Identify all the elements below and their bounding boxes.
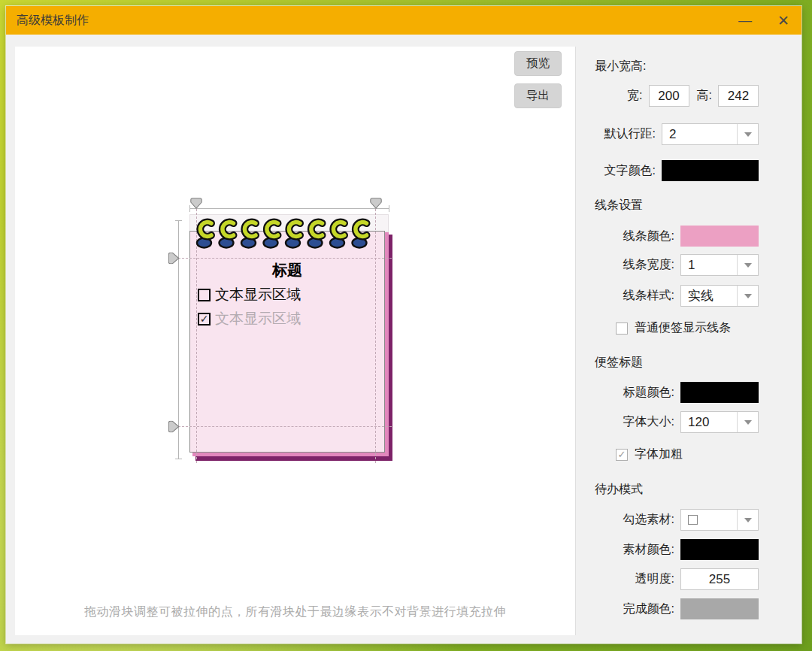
checkbox-unchecked-icon[interactable]	[616, 322, 628, 335]
opacity-input[interactable]: 255	[680, 568, 759, 590]
font-size-label: 字体大小:	[623, 414, 674, 430]
material-color-label: 素材颜色:	[623, 542, 674, 558]
checkbox-checked-icon[interactable]: ✓	[198, 313, 211, 326]
note-title: 标题	[190, 260, 384, 280]
stretch-guide-vertical-right	[375, 209, 376, 463]
settings-sidebar: 最小宽高: 宽: 200 高: 242 默认行距: 2 文字颜色: 线条设置	[576, 35, 801, 643]
width-input[interactable]: 200	[649, 85, 689, 107]
done-color-row: 完成颜色:	[595, 598, 759, 619]
line-style-value: 实线	[681, 287, 737, 304]
titlebar: 高级模板制作 — ✕	[6, 6, 801, 35]
line-style-row: 线条样式: 实线	[595, 285, 759, 307]
title-color-row: 标题颜色:	[595, 382, 759, 403]
checkbox-unchecked-icon[interactable]	[198, 289, 211, 301]
text-color-row: 文字颜色:	[595, 160, 759, 181]
title-color-swatch[interactable]	[680, 382, 759, 403]
check-material-row: 勾选素材:	[595, 509, 759, 531]
dropdown-arrow-icon	[737, 124, 758, 144]
text-color-swatch[interactable]	[662, 160, 759, 181]
stretch-handle-top-left[interactable]	[190, 198, 202, 209]
line-style-label: 线条样式:	[623, 288, 674, 304]
min-size-row: 宽: 200 高: 242	[595, 85, 759, 107]
template-canvas: 预览 导出 标题 文本显示区域 ✓ 文本显示区域	[15, 47, 576, 635]
checkbox-material-icon	[688, 515, 698, 525]
minimize-icon[interactable]: —	[734, 12, 756, 29]
done-color-swatch[interactable]	[680, 598, 759, 619]
todo-item-label: 文本显示区域	[215, 309, 301, 329]
line-width-value: 1	[681, 258, 737, 273]
dropdown-arrow-icon	[737, 510, 758, 530]
todo-item: ✓ 文本显示区域	[198, 309, 384, 329]
line-spacing-dropdown[interactable]: 2	[662, 123, 759, 145]
show-lines-checkbox-row: 普通便签显示线条	[595, 320, 759, 336]
close-icon[interactable]: ✕	[773, 12, 794, 29]
export-button[interactable]: 导出	[514, 83, 562, 108]
font-size-dropdown[interactable]: 120	[680, 411, 759, 433]
line-color-swatch[interactable]	[680, 226, 759, 247]
note-body: 标题 文本显示区域 ✓ 文本显示区域	[189, 231, 385, 453]
todo-item-label: 文本显示区域	[215, 285, 301, 304]
opacity-row: 透明度: 255	[595, 568, 759, 590]
line-spacing-value: 2	[662, 127, 737, 142]
stretch-guide-horizontal-top	[178, 258, 392, 259]
checkbox-checked-icon[interactable]: ✓	[616, 449, 628, 461]
line-color-row: 线条颜色:	[595, 226, 759, 247]
material-color-row: 素材颜色:	[595, 539, 759, 560]
title-section-header: 便签标题	[595, 355, 759, 371]
canvas-hint-text: 拖动滑块调整可被拉伸的点，所有滑块处于最边缘表示不对背景进行填充拉伸	[15, 604, 575, 620]
material-color-swatch[interactable]	[680, 539, 759, 560]
window-title: 高级模板制作	[17, 13, 89, 29]
line-spacing-row: 默认行距: 2	[595, 123, 759, 145]
todo-item: 文本显示区域	[198, 285, 384, 304]
min-size-label: 最小宽高:	[595, 59, 759, 74]
width-label: 宽:	[627, 88, 642, 104]
preview-button[interactable]: 预览	[514, 51, 562, 76]
stretch-handle-left-upper[interactable]	[168, 253, 180, 264]
line-spacing-label: 默认行距:	[604, 126, 656, 142]
app-window: 高级模板制作 — ✕ 预览 导出 标题 文本显示区域	[6, 6, 801, 643]
show-lines-label: 普通便签显示线条	[635, 320, 731, 336]
bold-label: 字体加粗	[635, 447, 683, 462]
dropdown-arrow-icon	[737, 412, 758, 432]
dropdown-arrow-icon	[737, 255, 758, 275]
line-width-dropdown[interactable]: 1	[680, 254, 759, 276]
line-section-header: 线条设置	[595, 198, 759, 213]
stretch-handle-left-lower[interactable]	[168, 421, 180, 432]
line-color-label: 线条颜色:	[623, 229, 674, 244]
check-material-label: 勾选素材:	[623, 512, 674, 528]
check-material-value	[681, 515, 737, 525]
title-color-label: 标题颜色:	[623, 385, 674, 401]
height-input[interactable]: 242	[718, 85, 759, 107]
line-width-row: 线条宽度: 1	[595, 254, 759, 276]
opacity-label: 透明度:	[635, 571, 674, 587]
height-label: 高:	[697, 88, 712, 104]
stretch-guide-horizontal-bottom	[178, 426, 392, 427]
line-style-dropdown[interactable]: 实线	[680, 285, 759, 307]
bold-checkbox-row: ✓ 字体加粗	[595, 447, 759, 462]
stretch-handle-top-right[interactable]	[370, 198, 382, 209]
window-content: 预览 导出 标题 文本显示区域 ✓ 文本显示区域	[6, 35, 801, 643]
font-size-value: 120	[681, 415, 737, 430]
line-width-label: 线条宽度:	[623, 257, 674, 273]
todo-section-header: 待办模式	[595, 482, 759, 498]
dropdown-arrow-icon	[737, 286, 758, 306]
done-color-label: 完成颜色:	[623, 601, 674, 617]
window-controls: — ✕	[734, 6, 794, 35]
spiral-binding	[195, 216, 374, 250]
font-size-row: 字体大小: 120	[595, 411, 759, 433]
top-ruler	[189, 208, 389, 209]
text-color-label: 文字颜色:	[604, 163, 656, 179]
check-material-dropdown[interactable]	[680, 509, 759, 531]
